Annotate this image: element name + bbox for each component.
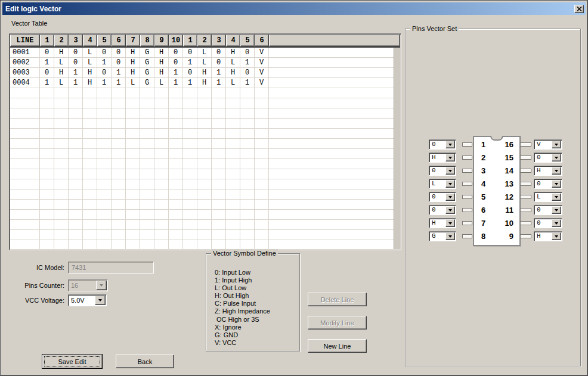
pin-11-select[interactable]: 0 — [534, 205, 562, 215]
chevron-down-icon — [555, 222, 558, 225]
back-button[interactable]: Back — [116, 355, 174, 368]
table-header-cell[interactable]: 1 — [40, 35, 54, 46]
table-line-cell: 0002 — [10, 58, 40, 68]
dropdown-arrow-button[interactable] — [552, 206, 561, 214]
vcc-voltage-select[interactable]: 5.0V — [68, 294, 107, 306]
table-header-cell[interactable]: 2 — [54, 35, 69, 46]
table-value-cell — [226, 210, 240, 220]
dropdown-arrow-button[interactable] — [445, 219, 455, 227]
new-line-label: New Line — [324, 343, 351, 350]
pin-8-select[interactable]: G — [429, 231, 456, 241]
table-header-cell[interactable]: LINE — [10, 35, 40, 46]
table-value-cell — [140, 108, 154, 119]
dropdown-arrow-button[interactable] — [552, 219, 561, 227]
dropdown-arrow-button[interactable] — [445, 193, 455, 201]
table-value-cell — [54, 88, 69, 98]
table-header-cell[interactable]: 1 — [183, 35, 197, 46]
table-value-cell — [69, 220, 83, 230]
dropdown-arrow-button[interactable] — [552, 180, 561, 188]
table-value-cell — [83, 230, 97, 240]
dropdown-arrow-button[interactable] — [445, 180, 455, 188]
title-bar[interactable]: Edit logic Vector — [2, 2, 586, 15]
table-value-cell: 1 — [69, 78, 83, 88]
table-value-cell — [140, 230, 154, 240]
dropdown-arrow-button[interactable] — [445, 206, 455, 214]
table-header-cell[interactable]: 6 — [112, 35, 126, 46]
table-header-cell[interactable]: 10 — [169, 35, 183, 46]
table-value-cell — [240, 108, 255, 119]
close-button[interactable] — [574, 5, 584, 13]
back-label: Back — [138, 358, 152, 365]
dropdown-arrow-button[interactable] — [552, 167, 561, 175]
table-value-cell — [97, 169, 112, 179]
modify-line-button[interactable]: Modify Line — [308, 316, 367, 330]
chevron-down-icon — [98, 299, 102, 302]
table-header-cell[interactable]: 7 — [126, 35, 140, 46]
table-value-cell — [40, 129, 54, 139]
table-row-filler — [269, 139, 400, 149]
save-edit-button[interactable]: Save Edit — [42, 354, 103, 369]
table-header-cell[interactable]: 8 — [140, 35, 154, 46]
symbol-define-lines: 0: Input Low1: Input HighL: Out LowH: Ou… — [215, 269, 270, 347]
pin-7-select[interactable]: H — [429, 218, 456, 228]
table-value-cell — [197, 149, 212, 159]
table-value-cell: L — [126, 78, 140, 88]
table-row[interactable]: 00041L1H11LGL11H1L1V — [10, 78, 400, 88]
pin-2-select[interactable]: H — [429, 153, 456, 163]
table-row[interactable]: 00030H1H01HGH10H1H0V — [10, 68, 400, 78]
table-value-cell — [212, 149, 226, 159]
dropdown-arrow-button[interactable] — [95, 296, 106, 305]
table-row — [10, 149, 400, 159]
pin-12-select[interactable]: L — [534, 192, 562, 202]
table-value-cell — [140, 149, 154, 159]
table-row[interactable]: 00021L0L10HGH01L0L1V — [10, 58, 400, 68]
table-value-cell — [112, 129, 126, 139]
pin-13-select[interactable]: 0 — [534, 179, 562, 189]
pin-3-select[interactable]: 0 — [429, 166, 456, 176]
dropdown-arrow-button[interactable] — [445, 232, 455, 240]
table-header-cell[interactable]: 4 — [83, 35, 97, 46]
table-row[interactable]: 00010H0L00HGH00L0H0V — [10, 48, 400, 58]
dropdown-arrow-button[interactable] — [445, 141, 455, 148]
table-header-cell[interactable]: 9 — [154, 35, 169, 46]
table-value-cell — [112, 108, 126, 119]
pin-15-select[interactable]: 0 — [534, 153, 562, 163]
pin-5-select[interactable]: 0 — [429, 192, 456, 202]
pin-row: 0314H — [429, 166, 566, 176]
table-header-cell[interactable]: 2 — [197, 35, 212, 46]
table-header-cell[interactable]: 3 — [69, 35, 83, 46]
table-value-cell — [255, 88, 269, 98]
table-value-cell — [226, 189, 240, 200]
table-value-cell — [255, 210, 269, 220]
table-value-cell — [54, 149, 69, 159]
table-header-cell[interactable]: 3 — [212, 35, 226, 46]
delete-line-button[interactable]: Delete Line — [308, 293, 367, 306]
table-value-cell — [126, 220, 140, 230]
pin-4-select[interactable]: L — [429, 179, 456, 189]
dropdown-arrow-button[interactable] — [552, 232, 561, 240]
dropdown-arrow-button[interactable] — [445, 154, 455, 161]
table-value-cell — [212, 230, 226, 240]
pin-14-select[interactable]: H — [534, 166, 562, 176]
dropdown-arrow-button[interactable] — [552, 141, 561, 148]
table-scrollbar-track[interactable] — [394, 48, 400, 249]
table-value-cell — [69, 139, 83, 149]
pin-10-select[interactable]: 0 — [534, 218, 562, 228]
dropdown-arrow-button[interactable] — [445, 167, 455, 175]
dropdown-arrow-button[interactable] — [552, 193, 561, 201]
table-value-cell — [140, 189, 154, 200]
dropdown-arrow-button[interactable] — [552, 154, 561, 161]
pin-16-select[interactable]: V — [534, 139, 562, 150]
table-header-cell[interactable]: 5 — [97, 35, 112, 46]
table-value-cell: H — [54, 68, 69, 78]
table-header-cell[interactable]: 6 — [255, 35, 269, 46]
symbol-define-line: X: Ignore — [215, 324, 270, 331]
table-header-cell[interactable]: 5 — [240, 35, 255, 46]
table-value-cell: H — [126, 68, 140, 78]
table-header-cell[interactable]: 4 — [226, 35, 240, 46]
pin-6-select[interactable]: 0 — [429, 205, 456, 215]
pin-1-select[interactable]: 0 — [429, 139, 456, 150]
pin-9-select[interactable]: H — [534, 231, 562, 241]
table-value-cell — [240, 119, 255, 129]
new-line-button[interactable]: New Line — [308, 339, 367, 353]
